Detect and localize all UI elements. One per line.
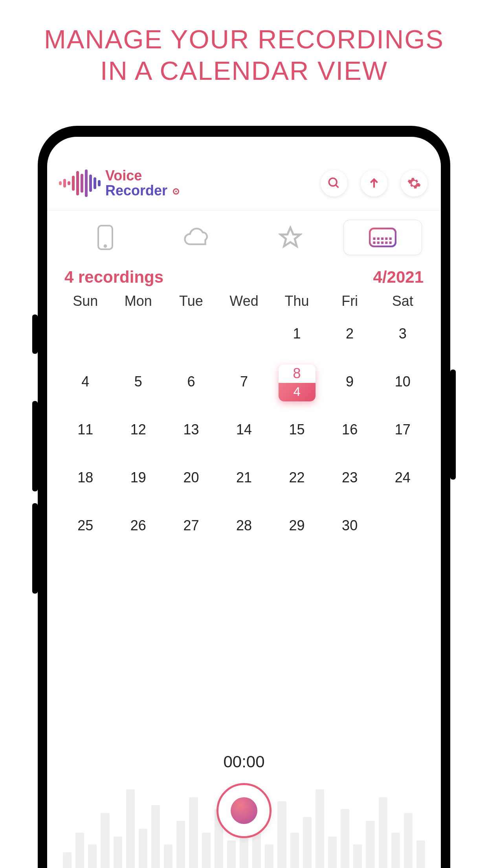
- calendar-day-cell[interactable]: 13: [165, 414, 218, 445]
- weekday-label: Mon: [112, 293, 165, 309]
- record-button[interactable]: [216, 783, 272, 838]
- svg-rect-13: [389, 237, 392, 240]
- recorder-bar: 00:00: [47, 750, 441, 868]
- calendar-day-cell[interactable]: 2: [323, 318, 376, 349]
- cloud-icon: [182, 227, 213, 248]
- app-logo: Voice Recorder: [59, 168, 179, 198]
- settings-button[interactable]: [401, 170, 427, 197]
- phone-side-button: [32, 314, 38, 354]
- svg-rect-15: [377, 241, 380, 244]
- calendar-day-cell[interactable]: 12: [112, 414, 165, 445]
- calendar-day-cell[interactable]: 25: [59, 510, 112, 541]
- phone-side-button: [450, 370, 456, 480]
- tab-calendar[interactable]: [343, 220, 422, 255]
- calendar-day-cell[interactable]: 29: [270, 510, 323, 541]
- promo-line2: IN A CALENDAR VIEW: [0, 55, 488, 86]
- svg-rect-11: [381, 237, 383, 240]
- tab-cloud[interactable]: [158, 220, 237, 255]
- calendar-day-cell[interactable]: 27: [165, 510, 218, 541]
- calendar-day-cell[interactable]: 5: [112, 366, 165, 397]
- calendar-day-cell[interactable]: 3: [376, 318, 429, 349]
- calendar-day-cell[interactable]: 6: [165, 366, 218, 397]
- svg-rect-16: [381, 241, 383, 244]
- weekday-label: Tue: [165, 293, 218, 309]
- logo-text-line1: Voice: [105, 168, 179, 183]
- tab-device[interactable]: [66, 220, 145, 255]
- calendar-day-cell[interactable]: 20: [165, 462, 218, 493]
- svg-point-5: [104, 245, 106, 247]
- calendar-day-cell[interactable]: 16: [323, 414, 376, 445]
- calendar-day-cell[interactable]: 26: [112, 510, 165, 541]
- weekday-label: Wed: [218, 293, 271, 309]
- record-button-dot-icon: [231, 797, 257, 824]
- svg-rect-10: [377, 237, 380, 240]
- calendar-day-cell[interactable]: 9: [323, 366, 376, 397]
- calendar-day-cell[interactable]: 18: [59, 462, 112, 493]
- tab-favorites[interactable]: [251, 220, 330, 255]
- calendar-empty-cell: [165, 318, 218, 349]
- phone-icon: [96, 224, 115, 251]
- calendar-day-cell[interactable]: 10: [376, 366, 429, 397]
- calendar-grid: 1234567849101112131415161718192021222324…: [47, 313, 441, 541]
- app-header: Voice Recorder: [47, 164, 441, 210]
- app-screen: Voice Recorder: [47, 137, 441, 868]
- month-label[interactable]: 4/2021: [373, 268, 424, 287]
- waveform-icon: [59, 169, 101, 197]
- svg-point-3: [412, 181, 416, 185]
- calendar-day-cell[interactable]: 84: [270, 366, 323, 397]
- logo-text: Voice Recorder: [105, 168, 179, 198]
- calendar-day-cell[interactable]: 23: [323, 462, 376, 493]
- calendar-empty-cell: [218, 318, 271, 349]
- svg-line-1: [336, 185, 338, 188]
- calendar-day-cell[interactable]: 30: [323, 510, 376, 541]
- calendar-subheader: 4 recordings 4/2021: [47, 260, 441, 291]
- gear-icon: [407, 176, 421, 190]
- selected-day-count: 4: [279, 383, 316, 401]
- calendar-day-cell[interactable]: 14: [218, 414, 271, 445]
- svg-rect-12: [385, 237, 387, 240]
- calendar-day-cell[interactable]: 7: [218, 366, 271, 397]
- timer-display: 00:00: [223, 752, 264, 771]
- calendar-day-cell[interactable]: 4: [59, 366, 112, 397]
- phone-frame: Voice Recorder: [38, 126, 450, 868]
- logo-text-line2: Recorder: [105, 182, 167, 199]
- svg-marker-6: [281, 228, 300, 246]
- svg-rect-17: [385, 241, 387, 244]
- calendar-day-cell[interactable]: 19: [112, 462, 165, 493]
- calendar-day-cell[interactable]: 28: [218, 510, 271, 541]
- svg-rect-18: [389, 241, 392, 244]
- upload-icon: [367, 177, 381, 190]
- calendar-day-cell[interactable]: 11: [59, 414, 112, 445]
- calendar-day-cell[interactable]: 22: [270, 462, 323, 493]
- star-icon: [279, 226, 302, 249]
- calendar-empty-cell: [59, 318, 112, 349]
- weekday-label: Fri: [323, 293, 376, 309]
- calendar-day-cell[interactable]: 15: [270, 414, 323, 445]
- selected-day-number: 8: [279, 364, 316, 383]
- weekday-row: SunMonTueWedThuFriSat: [47, 291, 441, 313]
- svg-point-0: [329, 178, 337, 186]
- calendar-day-cell[interactable]: 24: [376, 462, 429, 493]
- search-icon: [327, 177, 341, 190]
- calendar-day-cell[interactable]: 21: [218, 462, 271, 493]
- calendar-empty-cell: [112, 318, 165, 349]
- weekday-label: Sat: [376, 293, 429, 309]
- phone-side-button: [32, 503, 38, 594]
- view-tabs: [47, 210, 441, 260]
- weekday-label: Sun: [59, 293, 112, 309]
- weekday-label: Thu: [270, 293, 323, 309]
- promo-line1: MANAGE YOUR RECORDINGS: [0, 24, 488, 55]
- promo-title: MANAGE YOUR RECORDINGS IN A CALENDAR VIE…: [0, 0, 488, 87]
- recordings-count: 4 recordings: [64, 268, 163, 287]
- calendar-icon: [369, 228, 396, 247]
- svg-rect-14: [373, 241, 376, 244]
- header-actions: [321, 170, 427, 197]
- upload-button[interactable]: [361, 170, 387, 197]
- selected-day-badge[interactable]: 84: [279, 364, 316, 401]
- record-dot-icon: [173, 188, 179, 195]
- search-button[interactable]: [321, 170, 347, 197]
- calendar-day-cell[interactable]: 1: [270, 318, 323, 349]
- phone-side-button: [32, 401, 38, 491]
- svg-rect-9: [373, 237, 376, 240]
- calendar-day-cell[interactable]: 17: [376, 414, 429, 445]
